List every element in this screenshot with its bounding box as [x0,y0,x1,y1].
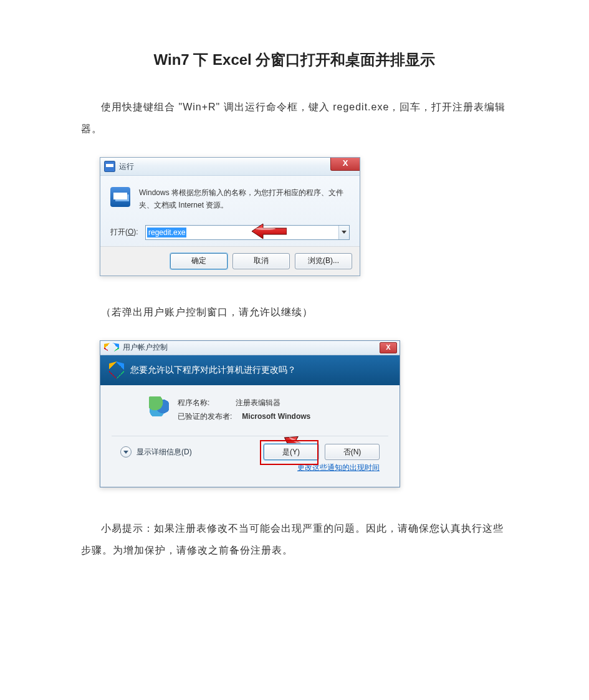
page-title: Win7 下 Excel 分窗口打开和桌面并排显示 [81,50,508,70]
red-arrow-icon [252,222,287,241]
paragraph-uac-note: （若弹出用户账户控制窗口，请允许以继续） [81,301,508,323]
open-input-value[interactable]: regedit.exe [147,228,186,237]
close-button[interactable]: X [330,158,360,171]
run-program-icon [110,187,130,207]
shield-icon [109,362,124,379]
change-notification-link[interactable]: 更改这些通知的出现时间 [297,463,380,472]
program-name-value: 注册表编辑器 [236,398,280,407]
uac-question-text: 您要允许以下程序对此计算机进行更改吗？ [130,365,296,376]
svg-point-1 [256,228,275,230]
open-combobox[interactable]: regedit.exe [145,225,350,240]
cancel-button[interactable]: 取消 [232,253,290,269]
shield-icon [104,343,119,353]
close-button[interactable]: X [380,342,397,353]
show-details-link[interactable]: 显示详细信息(D) [136,447,192,458]
ok-button[interactable]: 确定 [170,253,227,269]
uac-title-text: 用户帐户控制 [123,342,168,353]
run-titlebar[interactable]: 运行 X [100,158,360,176]
svg-marker-0 [252,224,287,239]
chevron-down-icon[interactable] [338,226,349,239]
publisher-row: 已验证的发布者: Microsoft Windows [178,410,310,424]
paragraph-intro: 使用快捷键组合 "Win+R" 调出运行命令框，键入 regedit.exe，回… [81,96,508,140]
run-icon [104,161,115,172]
program-name-row: 程序名称: 注册表编辑器 [178,396,310,410]
chevron-down-icon[interactable] [120,446,132,458]
run-description: Windows 将根据您所输入的名称，为您打开相应的程序、文件夹、文档或 Int… [139,187,350,211]
publisher-label: 已验证的发布者: [178,410,240,424]
uac-titlebar[interactable]: 用户帐户控制 X [100,341,400,355]
run-title-text: 运行 [119,161,134,172]
uac-dialog: 用户帐户控制 X 您要允许以下程序对此计算机进行更改吗？ 程序名称: 注册表编辑… [100,340,400,487]
no-button[interactable]: 否(N) [325,444,380,460]
regedit-icon [149,396,169,416]
paragraph-tip: 小易提示：如果注册表修改不当可能会出现严重的问题。因此，请确保您认真执行这些步骤… [81,517,508,561]
open-label: 打开(O): [110,227,145,237]
publisher-value: Microsoft Windows [242,412,310,421]
yes-button[interactable]: 是(Y) [264,444,318,460]
program-name-label: 程序名称: [178,396,234,410]
uac-question-bar: 您要允许以下程序对此计算机进行更改吗？ [100,355,400,385]
browse-button[interactable]: 浏览(B)... [295,253,352,269]
run-dialog: 运行 X Windows 将根据您所输入的名称，为您打开相应的程序、文件夹、文档… [100,157,360,276]
